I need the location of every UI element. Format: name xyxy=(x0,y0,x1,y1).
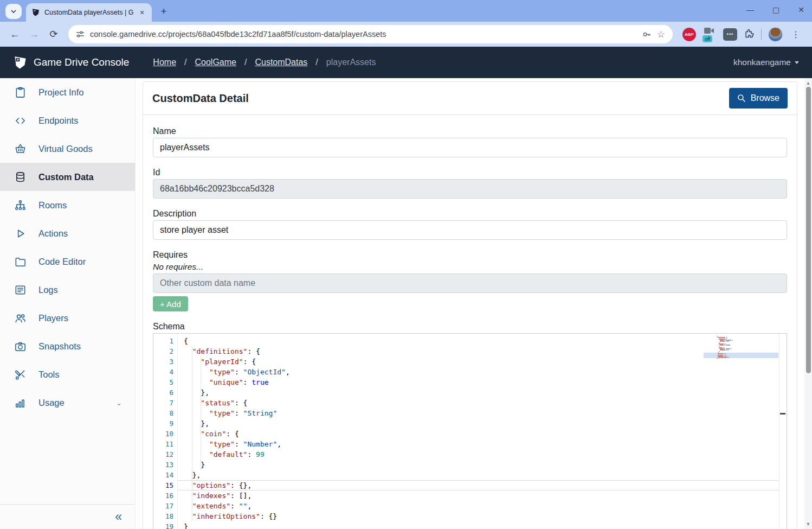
sidebar-item-label: Tools xyxy=(38,369,60,380)
code-text: "status": { xyxy=(173,398,247,408)
breadcrumb-item-coolgame[interactable]: CoolGame xyxy=(195,58,236,67)
code-text: "type": "ObjectId", xyxy=(173,367,290,377)
browser-menu-icon[interactable]: ⋮ xyxy=(789,29,802,40)
new-tab-button[interactable]: + xyxy=(156,4,171,19)
sidebar-item-custom-data[interactable]: Custom Data xyxy=(0,163,135,191)
adblock-extension-icon[interactable]: ABP xyxy=(682,28,696,41)
editor-scrollbar[interactable] xyxy=(779,334,787,529)
add-require-button[interactable]: + Add xyxy=(153,296,188,311)
reload-button[interactable]: ⟳ xyxy=(44,25,63,43)
sidebar-item-usage[interactable]: Usage⌄ xyxy=(0,388,135,417)
line-number: 17 xyxy=(153,501,173,511)
back-button[interactable]: ← xyxy=(5,25,24,43)
code-line-1[interactable]: 1{ xyxy=(153,336,787,346)
id-input xyxy=(153,179,787,199)
search-icon xyxy=(737,94,746,103)
star-icon[interactable]: ☆ xyxy=(657,29,665,40)
line-number: 10 xyxy=(153,429,173,439)
code-line-8[interactable]: 8 "type": "String" xyxy=(153,408,787,418)
line-number: 19 xyxy=(153,521,173,529)
requires-input[interactable] xyxy=(153,273,787,293)
code-line-13[interactable]: 13 } xyxy=(153,460,787,470)
tab-close-icon[interactable]: × xyxy=(138,8,146,17)
line-number: 1 xyxy=(153,336,173,346)
code-line-12[interactable]: 12 "default": 99 xyxy=(153,449,787,460)
code-line-6[interactable]: 6 }, xyxy=(153,387,787,398)
extensions-puzzle-icon[interactable] xyxy=(744,28,755,41)
browse-button[interactable]: Browse xyxy=(729,88,788,109)
code-text: "extends": "", xyxy=(173,501,252,511)
sidebar-item-tools[interactable]: Tools xyxy=(0,360,135,388)
code-line-18[interactable]: 18 "inheritOptions": {} xyxy=(153,511,787,521)
url-text[interactable]: console.gamedrive.cc/projects/68a045fbde… xyxy=(90,30,637,39)
code-line-4[interactable]: 4 "type": "ObjectId", xyxy=(153,367,787,377)
code-line-3[interactable]: 3 "playerId": { xyxy=(153,356,787,367)
scrollbar-down-arrow[interactable]: ▼ xyxy=(804,521,812,527)
bar-chart-icon xyxy=(14,397,27,409)
name-input[interactable] xyxy=(153,138,787,157)
user-menu[interactable]: khonkaengame xyxy=(733,58,799,67)
sidebar-item-label: Logs xyxy=(38,285,58,295)
sidebar-collapse-button[interactable]: « xyxy=(0,504,135,529)
code-line-15[interactable]: 15 "options": {}, xyxy=(153,480,787,490)
window-minimize-button[interactable]: — xyxy=(746,5,754,14)
editor-minimap[interactable] xyxy=(714,336,778,526)
minimap-line xyxy=(720,349,729,350)
main-content: CustomData Detail Browse Name Id Descrip… xyxy=(136,78,804,529)
requires-empty-note: No requires... xyxy=(153,262,787,272)
sidebar-item-virtual-goods[interactable]: Virtual Goods xyxy=(0,135,135,163)
sidebar-item-snapshots[interactable]: Snapshots xyxy=(0,332,135,360)
sidebar-item-code-editor[interactable]: Code Editor xyxy=(0,247,135,276)
sidebar-item-label: Virtual Goods xyxy=(38,144,93,154)
code-line-5[interactable]: 5 "unique": true xyxy=(153,377,787,387)
code-icon xyxy=(14,114,27,127)
sidebar-item-project-info[interactable]: Project Info xyxy=(0,78,135,106)
sidebar-item-label: Rooms xyxy=(38,200,67,211)
code-line-2[interactable]: 2 "definitions": { xyxy=(153,346,787,356)
line-number: 11 xyxy=(153,439,173,449)
window-close-button[interactable]: ✕ xyxy=(798,5,804,14)
scrollbar-up-arrow[interactable]: ▲ xyxy=(804,80,812,86)
code-text: "coin": { xyxy=(173,429,239,439)
scrollbar-thumb[interactable] xyxy=(806,87,811,373)
sidebar-item-actions[interactable]: Actions xyxy=(0,219,135,247)
code-line-14[interactable]: 14 }, xyxy=(153,470,787,480)
sidebar-item-label: Custom Data xyxy=(38,172,94,182)
window-maximize-button[interactable]: ▢ xyxy=(772,5,779,14)
sidebar-item-rooms[interactable]: Rooms xyxy=(0,191,135,219)
code-line-10[interactable]: 10 "coin": { xyxy=(153,429,787,439)
code-line-9[interactable]: 9 }, xyxy=(153,418,787,429)
tools-icon xyxy=(14,368,27,381)
forward-button[interactable]: → xyxy=(25,25,43,43)
app-brand[interactable]: Game Drive Console xyxy=(13,55,129,70)
minimap-line xyxy=(717,358,718,359)
browser-tab[interactable]: CustomData playerAssets | Gam × xyxy=(26,3,152,22)
list-icon xyxy=(14,284,27,296)
sidebar-item-logs[interactable]: Logs xyxy=(0,276,135,304)
description-input[interactable] xyxy=(153,220,787,240)
sitemap-icon xyxy=(14,199,27,212)
page-scrollbar[interactable]: ▲ ▼ xyxy=(804,78,812,529)
sidebar: Project InfoEndpointsVirtual GoodsCustom… xyxy=(0,78,136,529)
tune-icon[interactable] xyxy=(76,30,85,39)
line-number: 14 xyxy=(153,470,173,480)
schema-code-editor[interactable]: 1{2 "definitions": {3 "playerId": {4 "ty… xyxy=(153,333,787,529)
dots-extension-icon[interactable]: ••• xyxy=(723,28,737,41)
tab-search-button[interactable] xyxy=(5,4,22,19)
code-text: "unique": true xyxy=(173,377,269,387)
code-line-7[interactable]: 7 "status": { xyxy=(153,398,787,408)
line-number: 5 xyxy=(153,377,173,387)
code-line-16[interactable]: 16 "indexes": [], xyxy=(153,490,787,501)
sidebar-item-players[interactable]: Players xyxy=(0,304,135,332)
code-line-17[interactable]: 17 "extends": "", xyxy=(153,501,787,511)
address-bar[interactable]: console.gamedrive.cc/projects/68a045fbde… xyxy=(68,25,673,43)
code-line-19[interactable]: 19} xyxy=(153,521,787,529)
breadcrumb-separator: / xyxy=(184,58,186,67)
code-line-11[interactable]: 11 "type": "Number", xyxy=(153,439,787,449)
key-icon[interactable] xyxy=(642,30,652,39)
camera-off-extension-icon[interactable]: off xyxy=(703,27,717,41)
sidebar-item-endpoints[interactable]: Endpoints xyxy=(0,106,135,135)
profile-avatar[interactable] xyxy=(768,27,783,42)
breadcrumb-item-home[interactable]: Home xyxy=(153,58,176,67)
breadcrumb-item-customdatas[interactable]: CustomDatas xyxy=(255,58,307,67)
